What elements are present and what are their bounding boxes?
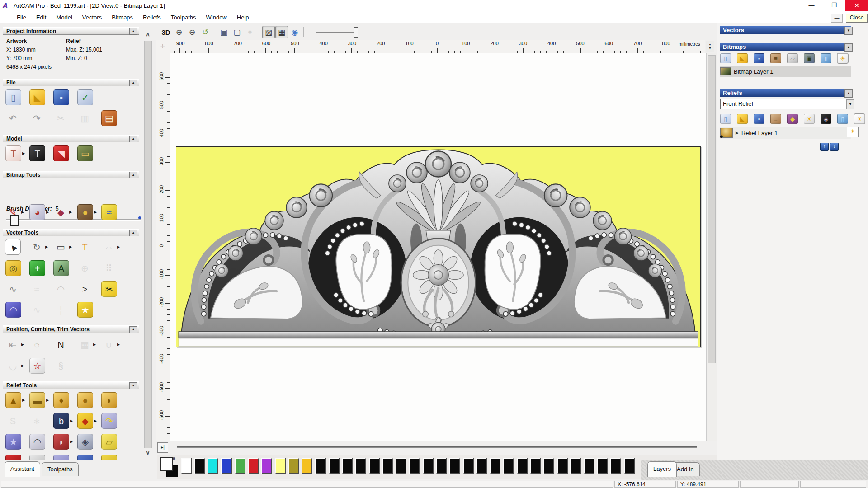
section-header-vectors[interactable]: Vectors: [720, 26, 851, 34]
preview-relief-button[interactable]: ◉: [288, 26, 301, 38]
scroll-up-icon[interactable]: ∧: [144, 31, 152, 38]
distort-vectors-icon[interactable]: ☆: [29, 358, 45, 374]
palette-colour-21[interactable]: [463, 458, 474, 474]
section-header-reliefs[interactable]: Reliefs: [720, 89, 851, 97]
delete-relief-layer-icon[interactable]: ▯: [837, 114, 848, 124]
create-rectangle-icon[interactable]: ▭: [53, 239, 68, 254]
menu-toolpaths[interactable]: Toolpaths: [166, 11, 201, 23]
palette-colour-10[interactable]: [315, 458, 326, 474]
canvas-horizontal-scrollbar[interactable]: [177, 446, 697, 448]
adjust-model-icon[interactable]: T: [29, 145, 45, 161]
weave-wizard-icon[interactable]: ∗: [29, 413, 44, 428]
palette-colour-28[interactable]: [557, 458, 568, 474]
relief-artwork[interactable]: [176, 146, 701, 347]
flyout-arrow-icon[interactable]: ▶: [94, 210, 97, 214]
new-bitmap-icon[interactable]: ▯: [720, 53, 731, 63]
paste-array-icon[interactable]: ⠿: [101, 261, 116, 276]
flyout-arrow-icon[interactable]: ▶: [46, 210, 49, 214]
section-header-position-combine-trim[interactable]: Position, Combine, Trim Vectors ▲: [3, 325, 139, 333]
select-vectors-icon[interactable]: ▲: [5, 239, 20, 254]
flyout-arrow-icon[interactable]: ▶: [117, 343, 120, 347]
morph-vectors-icon[interactable]: §: [53, 358, 68, 373]
new-from-image-icon[interactable]: ▣: [804, 53, 815, 63]
palette-colour-7[interactable]: [275, 458, 286, 474]
calculate-relief-icon[interactable]: ▲: [5, 392, 21, 408]
flyout-arrow-icon[interactable]: ▶: [21, 364, 24, 368]
flyout-arrow-icon[interactable]: ▶: [21, 210, 24, 214]
primary-secondary-colour-widget[interactable]: ⊗: [160, 457, 179, 476]
palette-colour-30[interactable]: [584, 458, 594, 474]
close-button[interactable]: ✕: [845, 0, 868, 11]
section-header-file[interactable]: File ▲: [3, 79, 139, 86]
flyout-arrow-icon[interactable]: ▶: [46, 398, 49, 402]
save-relief-icon[interactable]: ▪: [754, 114, 764, 124]
block-copy-icon[interactable]: ▦: [77, 337, 92, 352]
wrap-relief-icon[interactable]: ↷: [101, 413, 117, 429]
bitmap-layer-row[interactable]: Bitmap Layer 1: [720, 66, 851, 77]
zoom-slider[interactable]: [316, 32, 354, 33]
palette-colour-25[interactable]: [517, 458, 528, 474]
palette-colour-20[interactable]: [449, 458, 460, 474]
palette-colour-15[interactable]: [382, 458, 393, 474]
menu-vectors[interactable]: Vectors: [77, 11, 107, 23]
palette-colour-13[interactable]: [355, 458, 366, 474]
merge-relief-icon[interactable]: ◆: [787, 114, 798, 124]
section-header-bitmaps[interactable]: Bitmaps: [720, 43, 851, 51]
toggle-all-bitmaps-icon[interactable]: ☀: [837, 53, 848, 63]
flyout-arrow-icon[interactable]: ▶: [117, 245, 120, 249]
offset-relief-icon[interactable]: ◆: [77, 413, 93, 429]
two-rail-sweep-icon[interactable]: ◖: [5, 455, 21, 460]
palette-colour-0[interactable]: [181, 458, 192, 474]
offset-vector-icon[interactable]: >: [77, 282, 92, 296]
weld-vectors-icon[interactable]: ∪: [101, 337, 116, 352]
star-wizard-icon[interactable]: ★: [5, 434, 21, 450]
toggle-bitmap-visibility-button[interactable]: ▨: [262, 26, 275, 38]
new-model-icon[interactable]: ▯: [5, 89, 21, 105]
relief-selector-dropdown[interactable]: Front Relief: [720, 99, 854, 109]
palette-colour-23[interactable]: [490, 458, 500, 474]
extrude-icon[interactable]: ▦: [29, 455, 45, 460]
flood-fill-icon[interactable]: ◕: [29, 204, 45, 220]
relief-layer-row[interactable]: + ▶ Relief Layer 1 ☀: [720, 127, 851, 139]
zoom-objects-button[interactable]: ●: [244, 26, 256, 38]
palette-colour-14[interactable]: [369, 458, 380, 474]
face-wizard-icon[interactable]: *: [101, 455, 117, 460]
paste-icon[interactable]: ▤: [101, 110, 117, 126]
collapse-section-icon[interactable]: ▲: [129, 136, 137, 142]
bridge-wizard-icon[interactable]: ◠: [29, 434, 45, 450]
relief-to-vector-icon[interactable]: ≡: [770, 114, 781, 124]
section-header-relief-tools[interactable]: Relief Tools ▲: [3, 381, 139, 389]
section-header-vector-tools[interactable]: Vector Tools ▲: [3, 229, 139, 236]
zoom-fit-button[interactable]: ▢: [231, 26, 243, 38]
save-bitmap-icon[interactable]: ▪: [754, 53, 764, 63]
flyout-arrow-icon[interactable]: ▶: [45, 245, 48, 249]
palette-colour-16[interactable]: [396, 458, 406, 474]
nesting-icon[interactable]: N: [53, 337, 68, 352]
restore-button[interactable]: ❐: [823, 0, 845, 11]
assistant-panel-scrollbar[interactable]: ∧ ∨: [142, 23, 153, 460]
section-header-project-information[interactable]: Project Information ▲: [3, 27, 139, 35]
turn-icon[interactable]: ◍: [77, 455, 93, 460]
copy-icon[interactable]: ▥: [77, 111, 92, 126]
collapse-section-icon[interactable]: ▲: [129, 326, 137, 333]
collapse-bitmaps-icon[interactable]: ▲: [844, 43, 853, 52]
menu-file[interactable]: File: [12, 11, 31, 23]
expand-vectors-icon[interactable]: ▼: [844, 27, 853, 35]
flyout-arrow-icon[interactable]: ▶: [21, 343, 24, 347]
palette-colour-1[interactable]: [194, 458, 205, 474]
clear-bitmap-icon[interactable]: ▱: [787, 53, 798, 63]
zero-relief-icon[interactable]: ▬: [29, 392, 45, 408]
palette-colour-31[interactable]: [597, 458, 608, 474]
palette-colour-33[interactable]: [624, 458, 635, 474]
palette-colour-3[interactable]: [221, 458, 232, 474]
section-header-bitmap-tools[interactable]: Bitmap Tools ▲: [3, 171, 139, 178]
open-model-icon[interactable]: ◣: [29, 89, 45, 105]
palette-colour-29[interactable]: [570, 458, 581, 474]
bisect-icon[interactable]: ¦: [53, 302, 68, 317]
toggle-all-reliefs-icon[interactable]: ☀: [854, 114, 865, 124]
scrollbar-thumb[interactable]: [708, 55, 716, 363]
text-on-curve-icon[interactable]: ◌: [29, 337, 44, 352]
cut-icon[interactable]: ✂: [53, 111, 68, 126]
palette-colour-24[interactable]: [503, 458, 514, 474]
menu-reliefs[interactable]: Reliefs: [138, 11, 166, 23]
